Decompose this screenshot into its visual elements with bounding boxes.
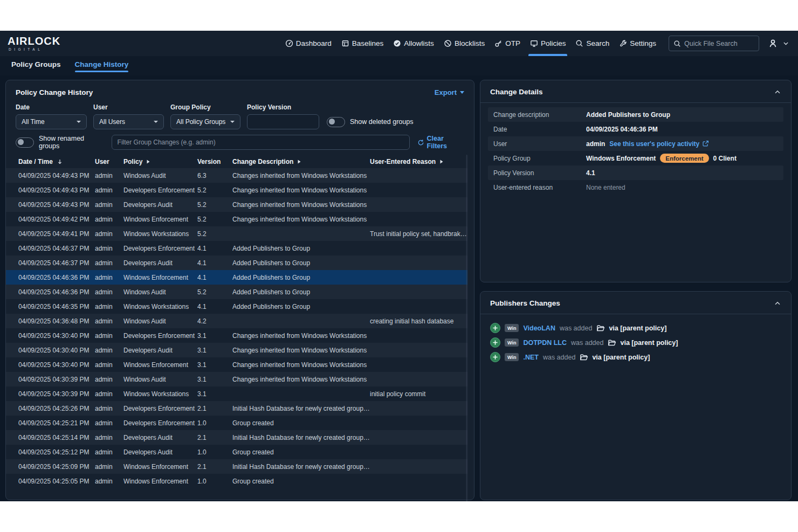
table-row[interactable]: 04/09/2025 04:46:35 PMadminWindows Works… [6,299,467,314]
caret-right-icon [439,160,444,164]
cell-description [232,386,370,401]
cell-policy: Windows Enforcement [123,212,197,226]
nav-item-policies[interactable]: Policies [525,31,571,56]
cell-user: admin [95,255,123,270]
table-row[interactable]: 04/09/2025 04:25:12 PMadminDevelopers Au… [6,445,467,459]
table-row[interactable]: 04/09/2025 04:46:36 PMadminWindows Enfor… [6,270,467,285]
nav-menu: DashboardBaselinesAllowlistsBlocklistsOT… [280,31,661,56]
group-policy-filter-label: Group Policy [170,103,240,111]
publisher-name-link[interactable]: VideoLAN [523,324,555,332]
cell-version: 2.1 [197,459,232,474]
table-row[interactable]: 04/09/2025 04:49:41 PMadminWindows Works… [6,226,467,241]
table-row[interactable]: 04/09/2025 04:46:37 PMadminDevelopers En… [6,241,467,255]
cell-policy: Windows Workstations [123,226,197,241]
table-row[interactable]: 04/09/2025 04:49:43 PMadminDevelopers En… [6,183,467,197]
cell-policy: Windows Audit [123,285,197,299]
cell-datetime: 04/09/2025 04:30:39 PM [6,372,95,386]
cell-reason [370,401,467,416]
table-row[interactable]: 04/09/2025 04:30:40 PMadminDevelopers Au… [6,343,467,357]
cell-reason [370,212,467,226]
table-row[interactable]: 04/09/2025 04:25:09 PMadminWindows Enfor… [6,459,467,474]
cell-datetime: 04/09/2025 04:30:40 PM [6,343,95,357]
quick-search-input[interactable] [684,40,746,47]
detail-label: Change description [493,111,586,119]
table-row[interactable]: 04/09/2025 04:25:26 PMadminDevelopers En… [6,401,467,416]
cell-reason [370,445,467,459]
collapse-publishers-button[interactable] [774,300,781,307]
column-header-user[interactable]: User [95,155,123,168]
tab-change-history[interactable]: Change History [75,60,129,72]
table-row[interactable]: 04/09/2025 04:49:42 PMadminWindows Enfor… [6,212,467,226]
cell-datetime: 04/09/2025 04:25:05 PM [6,474,95,488]
group-policy-filter-select[interactable]: All Policy Groups [170,114,240,129]
nav-item-otp[interactable]: OTP [490,31,525,56]
cell-user: admin [95,416,123,430]
quick-file-search[interactable] [669,36,759,51]
column-header-change-description[interactable]: Change Description [232,155,370,168]
user-menu[interactable] [768,38,789,49]
cell-description: Changes inherited from Windows Workstati… [232,328,370,343]
user-filter-select[interactable]: All Users [93,114,164,129]
cell-description [232,226,370,241]
detail-value: Added Publishers to Group [586,111,670,119]
nav-item-search[interactable]: Search [570,31,614,56]
nav-item-label: Policies [541,39,566,47]
table-row[interactable]: 04/09/2025 04:25:05 PMadminWindows Enfor… [6,474,467,488]
cell-description: Initial Hash Database for newly created … [232,459,370,474]
cell-user: admin [95,197,123,212]
cell-description: Added Publishers to Group [232,299,370,314]
detail-label: Date [493,126,586,133]
table-row[interactable]: 04/09/2025 04:30:40 PMadminDevelopers En… [6,328,467,343]
export-button[interactable]: Export [435,88,464,96]
table-row[interactable]: 04/09/2025 04:49:43 PMadminWindows Audit… [6,168,467,183]
table-row[interactable]: 04/09/2025 04:30:39 PMadminWindows Audit… [6,372,467,386]
table-row[interactable]: 04/09/2025 04:46:37 PMadminDevelopers Au… [6,255,467,270]
caret-down-icon [77,121,81,123]
user-filter-label: User [93,103,164,111]
user-policy-activity-link[interactable]: See this user's policy activity [609,140,709,148]
table-row[interactable]: 04/09/2025 04:46:36 PMadminWindows Audit… [6,285,467,299]
column-header-date-time[interactable]: Date / Time [6,155,95,168]
table-row[interactable]: 04/09/2025 04:30:40 PMadminWindows Enfor… [6,357,467,372]
external-link-icon [702,140,709,147]
nav-item-allowlists[interactable]: Allowlists [388,31,439,56]
cell-description: Changes inherited from Windows Workstati… [232,197,370,212]
column-header-version[interactable]: Version [197,155,232,168]
cell-version: 3.1 [197,343,232,357]
cell-description: Changes inherited from Windows Workstati… [232,212,370,226]
show-renamed-groups-label: Show renamed groups [39,135,104,150]
nav-item-baselines[interactable]: Baselines [336,31,389,56]
cell-reason [370,183,467,197]
filter-group-changes-input[interactable] [112,135,410,150]
cell-policy: Windows Audit [123,372,197,386]
table-row[interactable]: 04/09/2025 04:49:43 PMadminDevelopers Au… [6,197,467,212]
folder-open-icon [596,324,605,333]
detail-value: admin [586,140,605,148]
column-header-policy[interactable]: Policy [123,155,197,168]
collapse-details-button[interactable] [774,88,781,96]
nav-item-settings[interactable]: Settings [614,31,661,56]
nav-item-dashboard[interactable]: Dashboard [280,31,336,56]
table-row[interactable]: 04/09/2025 04:36:48 PMadminWindows Audit… [6,314,467,328]
date-filter-select[interactable]: All Time [16,114,87,129]
table-row[interactable]: 04/09/2025 04:25:14 PMadminDevelopers Au… [6,430,467,445]
cell-version: 4.1 [197,241,232,255]
clear-filters-button[interactable]: Clear Filters [417,135,464,150]
show-renamed-groups-toggle[interactable] [16,137,34,148]
enforcement-badge: Enforcement [660,154,708,163]
table-row[interactable]: 04/09/2025 04:25:21 PMadminDevelopers En… [6,416,467,430]
caret-down-icon [230,121,235,123]
show-deleted-groups-toggle[interactable] [327,117,345,127]
column-header-user-entered-reason[interactable]: User-Entered Reason [370,155,467,168]
added-plus-icon [490,352,500,362]
detail-row-policy-version: Policy Version4.1 [488,165,783,180]
cell-user: admin [95,270,123,285]
table-row[interactable]: 04/09/2025 04:30:39 PMadminWindows Works… [6,386,467,401]
cell-datetime: 04/09/2025 04:49:43 PM [6,183,95,197]
publisher-name-link[interactable]: .NET [523,354,538,361]
policy-version-input[interactable] [247,114,319,129]
nav-item-blocklists[interactable]: Blocklists [439,31,490,56]
publisher-name-link[interactable]: DOTPDN LLC [523,339,567,347]
airlock-logo[interactable]: AIRLOCK DIGITAL [8,36,60,52]
tab-policy-groups[interactable]: Policy Groups [11,60,61,72]
